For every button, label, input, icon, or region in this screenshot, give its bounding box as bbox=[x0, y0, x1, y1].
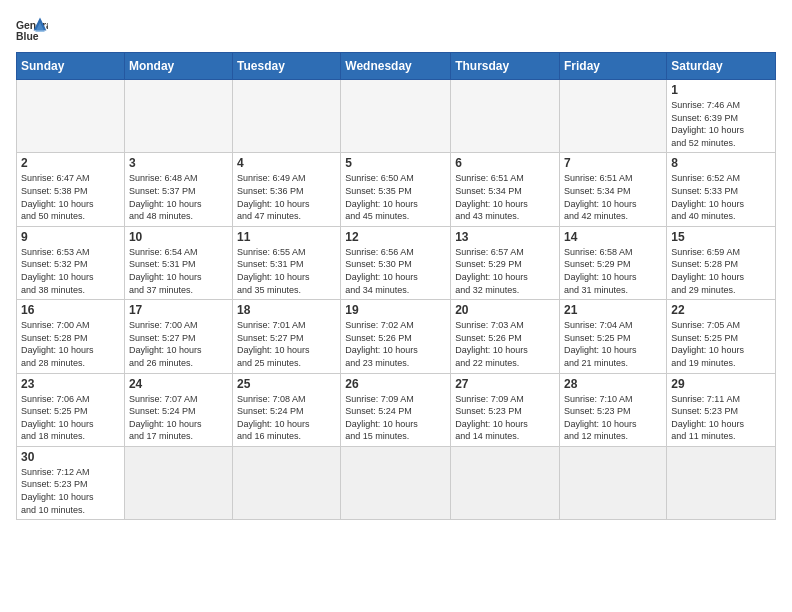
day-number: 1 bbox=[671, 83, 771, 97]
calendar-cell: 1Sunrise: 7:46 AM Sunset: 6:39 PM Daylig… bbox=[667, 80, 776, 153]
day-number: 15 bbox=[671, 230, 771, 244]
day-number: 21 bbox=[564, 303, 662, 317]
calendar-cell: 26Sunrise: 7:09 AM Sunset: 5:24 PM Dayli… bbox=[341, 373, 451, 446]
logo-icon: General Blue bbox=[16, 16, 48, 44]
calendar-cell bbox=[451, 446, 560, 519]
calendar-cell: 7Sunrise: 6:51 AM Sunset: 5:34 PM Daylig… bbox=[560, 153, 667, 226]
calendar-cell: 30Sunrise: 7:12 AM Sunset: 5:23 PM Dayli… bbox=[17, 446, 125, 519]
calendar-cell bbox=[124, 80, 232, 153]
calendar-week-1: 2Sunrise: 6:47 AM Sunset: 5:38 PM Daylig… bbox=[17, 153, 776, 226]
day-number: 29 bbox=[671, 377, 771, 391]
day-header-sunday: Sunday bbox=[17, 53, 125, 80]
day-number: 5 bbox=[345, 156, 446, 170]
calendar-cell: 19Sunrise: 7:02 AM Sunset: 5:26 PM Dayli… bbox=[341, 300, 451, 373]
calendar-cell: 16Sunrise: 7:00 AM Sunset: 5:28 PM Dayli… bbox=[17, 300, 125, 373]
day-number: 16 bbox=[21, 303, 120, 317]
day-number: 6 bbox=[455, 156, 555, 170]
calendar-week-4: 23Sunrise: 7:06 AM Sunset: 5:25 PM Dayli… bbox=[17, 373, 776, 446]
calendar-cell: 25Sunrise: 7:08 AM Sunset: 5:24 PM Dayli… bbox=[233, 373, 341, 446]
day-number: 20 bbox=[455, 303, 555, 317]
day-number: 14 bbox=[564, 230, 662, 244]
day-number: 28 bbox=[564, 377, 662, 391]
day-info: Sunrise: 6:58 AM Sunset: 5:29 PM Dayligh… bbox=[564, 246, 662, 296]
day-number: 26 bbox=[345, 377, 446, 391]
calendar-cell: 10Sunrise: 6:54 AM Sunset: 5:31 PM Dayli… bbox=[124, 226, 232, 299]
calendar-week-2: 9Sunrise: 6:53 AM Sunset: 5:32 PM Daylig… bbox=[17, 226, 776, 299]
day-header-thursday: Thursday bbox=[451, 53, 560, 80]
day-info: Sunrise: 6:57 AM Sunset: 5:29 PM Dayligh… bbox=[455, 246, 555, 296]
day-number: 17 bbox=[129, 303, 228, 317]
day-number: 3 bbox=[129, 156, 228, 170]
calendar-cell: 6Sunrise: 6:51 AM Sunset: 5:34 PM Daylig… bbox=[451, 153, 560, 226]
day-info: Sunrise: 7:03 AM Sunset: 5:26 PM Dayligh… bbox=[455, 319, 555, 369]
calendar-cell: 18Sunrise: 7:01 AM Sunset: 5:27 PM Dayli… bbox=[233, 300, 341, 373]
day-info: Sunrise: 7:00 AM Sunset: 5:27 PM Dayligh… bbox=[129, 319, 228, 369]
day-number: 25 bbox=[237, 377, 336, 391]
day-number: 13 bbox=[455, 230, 555, 244]
day-number: 12 bbox=[345, 230, 446, 244]
day-info: Sunrise: 7:08 AM Sunset: 5:24 PM Dayligh… bbox=[237, 393, 336, 443]
calendar: SundayMondayTuesdayWednesdayThursdayFrid… bbox=[16, 52, 776, 520]
day-number: 19 bbox=[345, 303, 446, 317]
day-number: 2 bbox=[21, 156, 120, 170]
day-number: 7 bbox=[564, 156, 662, 170]
day-number: 18 bbox=[237, 303, 336, 317]
calendar-week-3: 16Sunrise: 7:00 AM Sunset: 5:28 PM Dayli… bbox=[17, 300, 776, 373]
day-info: Sunrise: 7:05 AM Sunset: 5:25 PM Dayligh… bbox=[671, 319, 771, 369]
day-number: 24 bbox=[129, 377, 228, 391]
day-header-monday: Monday bbox=[124, 53, 232, 80]
calendar-header-row: SundayMondayTuesdayWednesdayThursdayFrid… bbox=[17, 53, 776, 80]
calendar-cell: 22Sunrise: 7:05 AM Sunset: 5:25 PM Dayli… bbox=[667, 300, 776, 373]
calendar-cell: 11Sunrise: 6:55 AM Sunset: 5:31 PM Dayli… bbox=[233, 226, 341, 299]
day-number: 9 bbox=[21, 230, 120, 244]
calendar-cell: 28Sunrise: 7:10 AM Sunset: 5:23 PM Dayli… bbox=[560, 373, 667, 446]
day-info: Sunrise: 6:51 AM Sunset: 5:34 PM Dayligh… bbox=[564, 172, 662, 222]
calendar-cell bbox=[341, 80, 451, 153]
day-number: 11 bbox=[237, 230, 336, 244]
svg-text:Blue: Blue bbox=[16, 31, 39, 42]
day-header-friday: Friday bbox=[560, 53, 667, 80]
day-info: Sunrise: 7:12 AM Sunset: 5:23 PM Dayligh… bbox=[21, 466, 120, 516]
day-number: 10 bbox=[129, 230, 228, 244]
calendar-cell bbox=[233, 80, 341, 153]
day-number: 4 bbox=[237, 156, 336, 170]
calendar-cell: 20Sunrise: 7:03 AM Sunset: 5:26 PM Dayli… bbox=[451, 300, 560, 373]
calendar-cell: 12Sunrise: 6:56 AM Sunset: 5:30 PM Dayli… bbox=[341, 226, 451, 299]
day-header-saturday: Saturday bbox=[667, 53, 776, 80]
day-info: Sunrise: 7:11 AM Sunset: 5:23 PM Dayligh… bbox=[671, 393, 771, 443]
calendar-cell: 14Sunrise: 6:58 AM Sunset: 5:29 PM Dayli… bbox=[560, 226, 667, 299]
calendar-cell: 4Sunrise: 6:49 AM Sunset: 5:36 PM Daylig… bbox=[233, 153, 341, 226]
day-info: Sunrise: 7:02 AM Sunset: 5:26 PM Dayligh… bbox=[345, 319, 446, 369]
day-info: Sunrise: 6:52 AM Sunset: 5:33 PM Dayligh… bbox=[671, 172, 771, 222]
calendar-cell: 17Sunrise: 7:00 AM Sunset: 5:27 PM Dayli… bbox=[124, 300, 232, 373]
day-info: Sunrise: 7:07 AM Sunset: 5:24 PM Dayligh… bbox=[129, 393, 228, 443]
day-header-wednesday: Wednesday bbox=[341, 53, 451, 80]
calendar-cell bbox=[667, 446, 776, 519]
calendar-cell: 9Sunrise: 6:53 AM Sunset: 5:32 PM Daylig… bbox=[17, 226, 125, 299]
day-info: Sunrise: 6:55 AM Sunset: 5:31 PM Dayligh… bbox=[237, 246, 336, 296]
calendar-cell bbox=[124, 446, 232, 519]
page-header: General Blue bbox=[16, 16, 776, 44]
day-info: Sunrise: 6:59 AM Sunset: 5:28 PM Dayligh… bbox=[671, 246, 771, 296]
day-number: 30 bbox=[21, 450, 120, 464]
calendar-cell: 3Sunrise: 6:48 AM Sunset: 5:37 PM Daylig… bbox=[124, 153, 232, 226]
day-info: Sunrise: 6:50 AM Sunset: 5:35 PM Dayligh… bbox=[345, 172, 446, 222]
calendar-week-5: 30Sunrise: 7:12 AM Sunset: 5:23 PM Dayli… bbox=[17, 446, 776, 519]
day-info: Sunrise: 6:48 AM Sunset: 5:37 PM Dayligh… bbox=[129, 172, 228, 222]
calendar-cell bbox=[341, 446, 451, 519]
calendar-cell: 15Sunrise: 6:59 AM Sunset: 5:28 PM Dayli… bbox=[667, 226, 776, 299]
calendar-cell bbox=[233, 446, 341, 519]
calendar-cell: 29Sunrise: 7:11 AM Sunset: 5:23 PM Dayli… bbox=[667, 373, 776, 446]
day-info: Sunrise: 7:10 AM Sunset: 5:23 PM Dayligh… bbox=[564, 393, 662, 443]
calendar-cell: 21Sunrise: 7:04 AM Sunset: 5:25 PM Dayli… bbox=[560, 300, 667, 373]
day-info: Sunrise: 6:56 AM Sunset: 5:30 PM Dayligh… bbox=[345, 246, 446, 296]
day-info: Sunrise: 7:01 AM Sunset: 5:27 PM Dayligh… bbox=[237, 319, 336, 369]
calendar-cell: 23Sunrise: 7:06 AM Sunset: 5:25 PM Dayli… bbox=[17, 373, 125, 446]
day-info: Sunrise: 7:04 AM Sunset: 5:25 PM Dayligh… bbox=[564, 319, 662, 369]
day-info: Sunrise: 6:49 AM Sunset: 5:36 PM Dayligh… bbox=[237, 172, 336, 222]
day-info: Sunrise: 7:46 AM Sunset: 6:39 PM Dayligh… bbox=[671, 99, 771, 149]
day-info: Sunrise: 6:47 AM Sunset: 5:38 PM Dayligh… bbox=[21, 172, 120, 222]
day-info: Sunrise: 7:00 AM Sunset: 5:28 PM Dayligh… bbox=[21, 319, 120, 369]
day-info: Sunrise: 6:54 AM Sunset: 5:31 PM Dayligh… bbox=[129, 246, 228, 296]
day-info: Sunrise: 6:51 AM Sunset: 5:34 PM Dayligh… bbox=[455, 172, 555, 222]
